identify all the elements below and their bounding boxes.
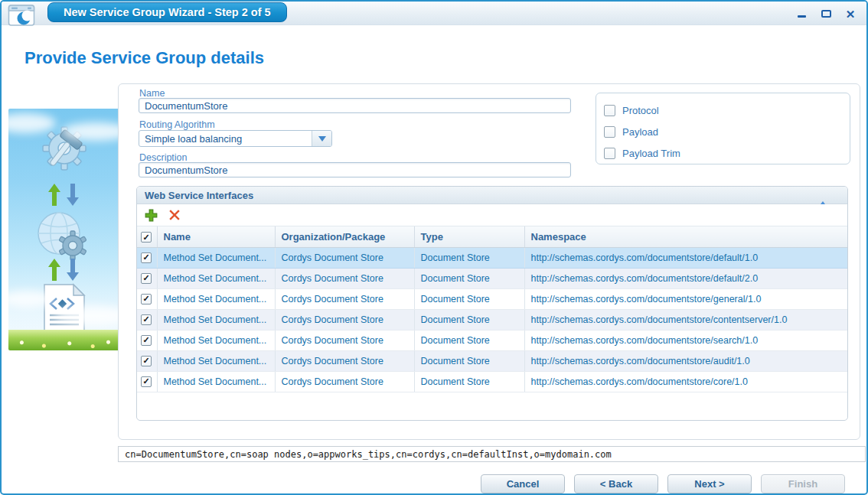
option-label: Protocol [622,105,659,116]
close-icon[interactable]: ✕ [844,8,857,19]
web-service-interfaces-section: Web Service Interfaces [136,186,848,421]
form-panel: Name Routing Algorithm Simple load balan… [118,83,860,440]
cell-namespace: http://schemas.cordys.com/documentstore/… [524,268,847,288]
table-empty-area [137,392,847,421]
row-checkbox[interactable]: ✓ [141,252,152,263]
column-header-type: Type [414,226,524,247]
cell-organization-package: Cordys Document Store [275,330,414,350]
row-checkbox[interactable]: ✓ [141,294,152,304]
dropdown-arrow-icon[interactable] [312,131,331,146]
cell-namespace: http://schemas.cordys.com/documentstore/… [524,309,847,330]
dn-path-text: cn=DocumentumStore,cn=soap nodes,o=appwo… [125,449,612,460]
option-payload[interactable]: Payload [604,121,850,142]
cell-type: Document Store [414,350,524,371]
cell-name: Method Set Document... [157,309,275,330]
finish-button: Finish [761,474,845,493]
table-row[interactable]: ✓Method Set Document...Cordys Document S… [137,350,847,371]
next-button[interactable]: Next > [667,474,752,493]
cell-namespace: http://schemas.cordys.com/documentstore/… [524,371,847,392]
cell-type: Document Store [414,371,524,392]
cell-organization-package: Cordys Document Store [275,309,414,330]
cell-type: Document Store [414,288,524,309]
name-label: Name [139,88,165,99]
description-input[interactable] [139,162,571,177]
wsi-title: Web Service Interfaces [145,190,818,201]
wizard-window: New Service Group Wizard - Step 2 of 5 ✕… [0,0,868,495]
checkbox-icon[interactable] [604,105,615,116]
routing-algorithm-value: Simple load balancing [139,131,312,146]
cell-type: Document Store [414,330,524,350]
maximize-icon[interactable] [819,8,833,19]
table-header-row: ✓ Name Organization/Package Type Namespa… [137,226,847,247]
cell-organization-package: Cordys Document Store [275,288,414,309]
cell-namespace: http://schemas.cordys.com/documentstore/… [524,288,847,309]
column-header-organization-package: Organization/Package [275,226,414,247]
column-header-name: Name [157,226,275,247]
row-checkbox[interactable]: ✓ [141,356,152,366]
name-input[interactable] [139,98,571,113]
wsi-table-body: ✓Method Set Document...Cordys Document S… [137,247,847,392]
cell-namespace: http://schemas.cordys.com/documentstore/… [524,330,847,350]
green-plus-icon [145,209,158,222]
option-payload-trim[interactable]: Payload Trim [604,142,850,164]
window-title: New Service Group Wizard - Step 2 of 5 [64,6,271,18]
minimize-icon[interactable] [795,8,808,19]
row-checkbox[interactable]: ✓ [141,335,152,346]
row-checkbox[interactable]: ✓ [141,273,152,284]
option-protocol[interactable]: Protocol [604,99,850,121]
checkbox-icon[interactable] [604,126,615,138]
wsi-header-bar: Web Service Interfaces [137,187,847,204]
status-bar: cn=DocumentumStore,cn=soap nodes,o=appwo… [118,446,866,462]
cell-type: Document Store [414,268,524,288]
cell-organization-package: Cordys Document Store [275,350,414,371]
collapse-up-icon[interactable] [818,188,827,202]
options-panel: ProtocolPayloadPayload Trim [596,93,850,164]
cell-name: Method Set Document... [157,268,275,288]
table-row[interactable]: ✓Method Set Document...Cordys Document S… [137,247,847,268]
red-x-icon [168,209,181,221]
cell-namespace: http://schemas.cordys.com/documentstore/… [524,350,847,371]
table-row[interactable]: ✓Method Set Document...Cordys Document S… [137,288,847,309]
column-header-namespace: Namespace [524,226,847,247]
back-button[interactable]: < Back [574,474,658,493]
cell-name: Method Set Document... [157,247,275,268]
footer-buttons: Cancel< BackNext >Finish [2,474,845,493]
cell-organization-package: Cordys Document Store [275,268,414,288]
wsi-table: ✓ Name Organization/Package Type Namespa… [137,226,847,392]
grass-decoration [8,330,119,350]
cell-organization-package: Cordys Document Store [275,371,414,392]
app-icon [8,4,38,27]
row-checkbox[interactable]: ✓ [141,314,152,325]
header-checkbox[interactable]: ✓ [141,232,152,243]
cell-name: Method Set Document... [157,288,275,309]
checkbox-icon[interactable] [604,148,615,159]
wsi-toolbar [137,204,847,226]
cell-name: Method Set Document... [157,371,275,392]
page-title: Provide Service Group details [24,48,264,68]
cell-name: Method Set Document... [157,350,275,371]
row-checkbox[interactable]: ✓ [141,376,152,387]
wizard-artwork [8,109,119,350]
cell-type: Document Store [414,247,524,268]
window-controls: ✕ [795,8,857,19]
table-row[interactable]: ✓Method Set Document...Cordys Document S… [137,330,847,350]
cell-name: Method Set Document... [157,330,275,350]
cell-namespace: http://schemas.cordys.com/documentstore/… [524,247,847,268]
window-title-tab: New Service Group Wizard - Step 2 of 5 [47,2,287,22]
routing-algorithm-label: Routing Algorithm [139,119,215,130]
remove-interface-button[interactable] [167,207,182,223]
cancel-button[interactable]: Cancel [481,474,565,493]
description-label: Description [139,152,188,163]
cell-organization-package: Cordys Document Store [275,247,414,268]
table-row[interactable]: ✓Method Set Document...Cordys Document S… [137,268,847,288]
add-interface-button[interactable] [143,207,158,223]
table-row[interactable]: ✓Method Set Document...Cordys Document S… [137,309,847,330]
titlebar: New Service Group Wizard - Step 2 of 5 ✕ [2,2,866,25]
option-label: Payload [622,126,658,138]
option-label: Payload Trim [622,148,680,159]
cell-type: Document Store [414,309,524,330]
routing-algorithm-dropdown[interactable]: Simple load balancing [139,130,332,147]
table-row[interactable]: ✓Method Set Document...Cordys Document S… [137,371,847,392]
